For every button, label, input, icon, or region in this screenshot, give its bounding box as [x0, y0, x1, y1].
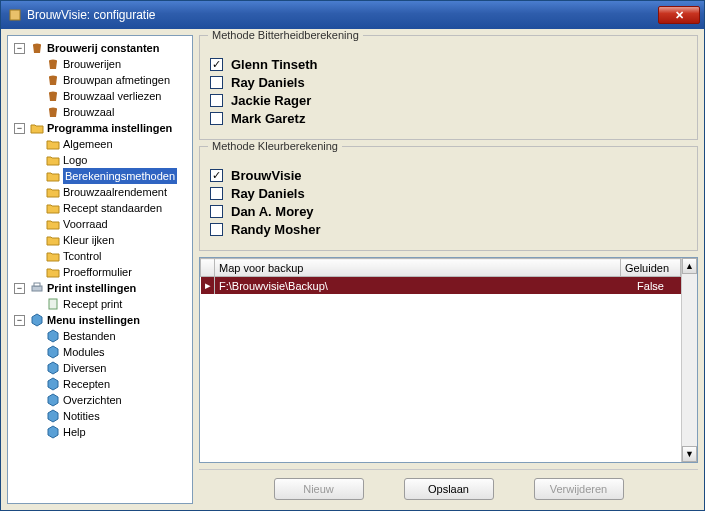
- tree-node-program-1[interactable]: Logo: [28, 152, 192, 168]
- color-option-3[interactable]: Randy Mosher: [210, 222, 687, 237]
- tree-label: Algemeen: [63, 136, 113, 152]
- expander-icon: [30, 395, 41, 406]
- tree-node-brewery-2[interactable]: Brouwzaal verliezen: [28, 88, 192, 104]
- brewery-child-icon: [46, 105, 60, 119]
- expander-icon: [30, 91, 41, 102]
- right-pane: Methode Bitterheidberekening ✓Glenn Tins…: [199, 35, 698, 504]
- backup-grid[interactable]: Map voor backup Geluiden ▸ F:\Brouwvisie…: [199, 257, 698, 463]
- checkbox-icon[interactable]: [210, 76, 223, 89]
- tree-node-menu-2[interactable]: Diversen: [28, 360, 192, 376]
- col-header-path[interactable]: Map voor backup: [215, 259, 621, 277]
- tree-label: Menu instellingen: [47, 312, 140, 328]
- menu-child-icon: [46, 377, 60, 391]
- checkbox-icon[interactable]: [210, 187, 223, 200]
- tree-label: Brouwerij constanten: [47, 40, 159, 56]
- program-child-icon: [46, 217, 60, 231]
- checkbox-icon[interactable]: [210, 94, 223, 107]
- svg-point-3: [49, 76, 57, 79]
- checkbox-label: Jackie Rager: [231, 93, 311, 108]
- expander-icon: [30, 139, 41, 150]
- checkbox-icon[interactable]: ✓: [210, 58, 223, 71]
- print-child-icon: [46, 297, 60, 311]
- cell-path[interactable]: F:\Brouwvisie\Backup\: [215, 277, 621, 295]
- expander-icon: [30, 363, 41, 374]
- expander-icon: [30, 107, 41, 118]
- cell-sound[interactable]: False: [621, 277, 681, 295]
- expander-icon: [30, 331, 41, 342]
- row-indicator-icon: ▸: [201, 277, 215, 295]
- expander-icon[interactable]: −: [14, 315, 25, 326]
- row-header-corner: [201, 259, 215, 277]
- color-option-0[interactable]: ✓BrouwVisie: [210, 168, 687, 183]
- checkbox-icon[interactable]: [210, 205, 223, 218]
- checkbox-label: Glenn Tinseth: [231, 57, 317, 72]
- tree-node-brewery[interactable]: − Brouwerij constanten: [12, 40, 192, 56]
- tree-node-program-8[interactable]: Proefformulier: [28, 264, 192, 280]
- tree-node-program-6[interactable]: Kleur ijken: [28, 232, 192, 248]
- svg-point-5: [49, 108, 57, 111]
- tree-node-program-0[interactable]: Algemeen: [28, 136, 192, 152]
- tree-node-menu[interactable]: − Menu instellingen: [12, 312, 192, 328]
- menu-child-icon: [46, 393, 60, 407]
- tree-node-program-4[interactable]: Recept standaarden: [28, 200, 192, 216]
- tree-label: Recept print: [63, 296, 122, 312]
- tree-node-menu-3[interactable]: Recepten: [28, 376, 192, 392]
- expander-icon: [30, 171, 41, 182]
- tree-node-print[interactable]: − Print instellingen: [12, 280, 192, 296]
- tree-label: Recepten: [63, 376, 110, 392]
- groupbox-legend: Methode Kleurberekening: [208, 140, 342, 152]
- tree-node-menu-5[interactable]: Notities: [28, 408, 192, 424]
- bitter-option-3[interactable]: Mark Garetz: [210, 111, 687, 126]
- expander-icon: [30, 411, 41, 422]
- tree-node-program[interactable]: − Programma instellingen: [12, 120, 192, 136]
- bitter-option-0[interactable]: ✓Glenn Tinseth: [210, 57, 687, 72]
- tree-node-program-7[interactable]: Tcontrol: [28, 248, 192, 264]
- bitter-option-2[interactable]: Jackie Rager: [210, 93, 687, 108]
- color-option-1[interactable]: Ray Daniels: [210, 186, 687, 201]
- checkbox-icon[interactable]: ✓: [210, 169, 223, 182]
- tree-node-menu-6[interactable]: Help: [28, 424, 192, 440]
- svg-rect-7: [34, 283, 40, 286]
- tree-node-menu-4[interactable]: Overzichten: [28, 392, 192, 408]
- bitter-option-1[interactable]: Ray Daniels: [210, 75, 687, 90]
- scrollbar[interactable]: ▲ ▼: [681, 258, 697, 462]
- program-child-icon: [46, 169, 60, 183]
- printer-icon: [30, 281, 44, 295]
- tree-label: Modules: [63, 344, 105, 360]
- tree-label: Voorraad: [63, 216, 108, 232]
- checkbox-icon[interactable]: [210, 112, 223, 125]
- tree-label: Bestanden: [63, 328, 116, 344]
- tree-label: Brouwerijen: [63, 56, 121, 72]
- titlebar[interactable]: BrouwVisie: configuratie ✕: [1, 1, 704, 29]
- checkbox-icon[interactable]: [210, 223, 223, 236]
- tree-node-brewery-3[interactable]: Brouwzaal: [28, 104, 192, 120]
- table-row[interactable]: ▸ F:\Brouwvisie\Backup\ False: [201, 277, 681, 295]
- tree-node-menu-1[interactable]: Modules: [28, 344, 192, 360]
- expander-icon: [30, 203, 41, 214]
- tree-node-brewery-1[interactable]: Brouwpan afmetingen: [28, 72, 192, 88]
- tree-node-program-2[interactable]: Berekeningsmethoden: [28, 168, 192, 184]
- expander-icon[interactable]: −: [14, 283, 25, 294]
- tree-label: Diversen: [63, 360, 106, 376]
- delete-button[interactable]: Verwijderen: [534, 478, 624, 500]
- col-header-sound[interactable]: Geluiden: [621, 259, 681, 277]
- cube-icon: [30, 313, 44, 327]
- tree-node-print-0[interactable]: Recept print: [28, 296, 192, 312]
- close-button[interactable]: ✕: [658, 6, 700, 24]
- tree-node-menu-0[interactable]: Bestanden: [28, 328, 192, 344]
- checkbox-label: Randy Mosher: [231, 222, 321, 237]
- expander-icon[interactable]: −: [14, 43, 25, 54]
- expander-icon: [30, 219, 41, 230]
- app-icon: [7, 7, 23, 23]
- expander-icon: [30, 267, 41, 278]
- tree-node-brewery-0[interactable]: Brouwerijen: [28, 56, 192, 72]
- scroll-up-icon[interactable]: ▲: [682, 258, 697, 274]
- save-button[interactable]: Opslaan: [404, 478, 494, 500]
- tree-node-program-5[interactable]: Voorraad: [28, 216, 192, 232]
- new-button[interactable]: Nieuw: [274, 478, 364, 500]
- scroll-down-icon[interactable]: ▼: [682, 446, 697, 462]
- tree-pane[interactable]: − Brouwerij constanten BrouwerijenBrouwp…: [7, 35, 193, 504]
- expander-icon[interactable]: −: [14, 123, 25, 134]
- tree-node-program-3[interactable]: Brouwzaalrendement: [28, 184, 192, 200]
- color-option-2[interactable]: Dan A. Morey: [210, 204, 687, 219]
